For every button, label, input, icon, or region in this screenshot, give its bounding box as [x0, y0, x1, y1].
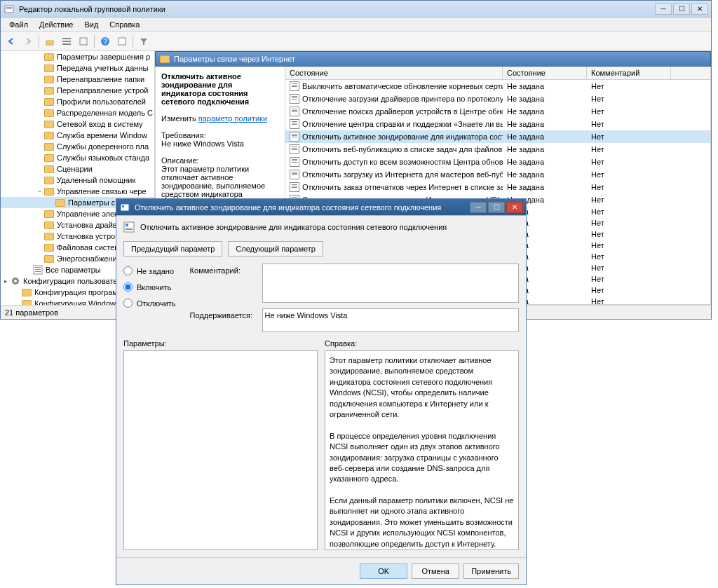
tree-label: Файловая система	[57, 243, 124, 252]
expand-icon[interactable]	[36, 255, 43, 263]
help-button[interactable]: ?	[97, 34, 113, 49]
expand-icon[interactable]	[36, 210, 43, 218]
expand-icon[interactable]	[36, 244, 43, 252]
expand-icon[interactable]: −	[36, 188, 43, 196]
tree-item[interactable]: Профили пользователей	[1, 96, 154, 107]
dialog-maximize-button[interactable]: ☐	[488, 202, 505, 213]
menu-file[interactable]: Файл	[4, 19, 34, 30]
expand-icon[interactable]	[36, 233, 43, 240]
ok-button[interactable]: OK	[360, 563, 407, 579]
col-header-state[interactable]: Состояние	[503, 67, 587, 79]
expand-icon[interactable]: ▸	[2, 278, 10, 285]
tree-item[interactable]: Службы языковых станда	[1, 152, 154, 163]
filter-button[interactable]	[136, 34, 151, 49]
maximize-button[interactable]: ☐	[673, 4, 690, 15]
desc-req-label: Требования:	[161, 131, 206, 139]
list-button[interactable]	[59, 34, 74, 49]
tree-item[interactable]: Сценарии	[1, 163, 154, 175]
expand-icon[interactable]	[13, 289, 21, 296]
tree-item[interactable]: Службы доверенного пла	[1, 141, 154, 152]
expand-icon[interactable]	[25, 266, 32, 274]
expand-icon[interactable]	[36, 109, 43, 117]
tree-item[interactable]: Параметры завершения р	[1, 51, 154, 62]
expand-icon[interactable]	[36, 177, 43, 184]
desc-edit-label: Изменить	[161, 114, 196, 123]
expand-icon[interactable]	[36, 98, 43, 106]
list-row[interactable]: Отключить загрузку из Интернета для маст…	[285, 168, 710, 181]
prev-param-button[interactable]: Предыдущий параметр	[123, 241, 222, 257]
tree-item[interactable]: Передача учетных данны	[1, 62, 154, 74]
menu-view[interactable]: Вид	[79, 19, 104, 30]
list-row[interactable]: Отключить заказ отпечатков через Интерне…	[285, 181, 710, 193]
expand-icon[interactable]	[36, 121, 43, 128]
tree-item[interactable]: Служба времени Window	[1, 130, 154, 141]
up-button[interactable]	[42, 34, 57, 49]
back-button[interactable]	[4, 34, 19, 49]
comment-textarea[interactable]	[262, 264, 519, 303]
radio-disable[interactable]: Отключить	[123, 299, 176, 308]
expand-icon[interactable]	[13, 300, 21, 306]
next-param-button[interactable]: Следующий параметр	[228, 241, 323, 257]
policy-icon	[123, 221, 135, 233]
svg-rect-14	[35, 271, 41, 272]
svg-point-16	[14, 280, 17, 282]
tree-item[interactable]: Распределенная модель С	[1, 107, 154, 118]
desc-edit-link[interactable]: параметр политики	[198, 114, 267, 123]
policy-icon	[290, 144, 299, 154]
folder-header: Параметры связи через Интернет	[155, 51, 711, 67]
tree-item[interactable]: Перенаправление устрой	[1, 85, 154, 96]
col-header-name[interactable]: Состояние	[285, 67, 503, 79]
expand-icon[interactable]	[36, 132, 43, 139]
close-button[interactable]: ✕	[691, 4, 708, 15]
radio-not-set[interactable]: Не задано	[123, 266, 176, 275]
menu-help[interactable]: Справка	[104, 19, 145, 30]
export-button[interactable]	[76, 34, 91, 49]
expand-icon[interactable]	[36, 76, 43, 83]
policy-icon	[290, 81, 299, 91]
list-row[interactable]: Отключить доступ ко всем возможностям Це…	[285, 156, 710, 168]
menu-action[interactable]: Действие	[34, 19, 79, 30]
svg-rect-17	[121, 204, 129, 211]
apply-button[interactable]: Применить	[463, 563, 519, 579]
radio-enable[interactable]: Включить	[123, 282, 176, 292]
expand-icon[interactable]	[36, 143, 43, 151]
tree-label: Службы языковых станда	[57, 153, 149, 162]
expand-icon[interactable]	[36, 165, 43, 173]
folder-icon	[43, 175, 55, 185]
dialog-titlebar[interactable]: Отключить активное зондирование для инди…	[116, 199, 526, 216]
forward-button[interactable]	[20, 34, 36, 49]
list-row[interactable]: Отключить активное зондирование для инди…	[285, 130, 710, 143]
list-row[interactable]: Отключение поиска драйверов устройств в …	[285, 105, 710, 118]
col-header-comment[interactable]: Комментарий	[587, 67, 671, 79]
tree-label: Службы доверенного пла	[57, 142, 149, 151]
main-titlebar[interactable]: Редактор локальной групповой политики ─ …	[1, 1, 711, 18]
tree-item[interactable]: Сетевой вход в систему	[1, 118, 154, 130]
expand-icon[interactable]	[36, 53, 43, 61]
list-row[interactable]: Выключить автоматическое обновление корн…	[285, 80, 710, 93]
expand-icon[interactable]	[36, 87, 43, 95]
tree-label: Передача учетных данны	[57, 64, 148, 72]
tree-item[interactable]: −Управление связью чере	[1, 186, 154, 197]
dialog-window: Отключить активное зондирование для инди…	[116, 198, 527, 585]
dialog-minimize-button[interactable]: ─	[470, 202, 487, 213]
svg-rect-2	[6, 8, 12, 9]
tree-item[interactable]: Перенаправление папки	[1, 74, 154, 85]
tree-label: Сетевой вход в систему	[57, 120, 143, 128]
svg-rect-1	[6, 7, 12, 8]
expand-icon[interactable]	[36, 154, 43, 162]
dialog-icon	[119, 202, 130, 213]
list-row[interactable]: Отключение загрузки драйверов принтера п…	[285, 93, 710, 105]
properties-button[interactable]	[114, 34, 130, 49]
cancel-button[interactable]: Отмена	[412, 563, 459, 579]
params-label: Параметры:	[123, 339, 318, 348]
list-row[interactable]: Отключение центра справки и поддержки «З…	[285, 118, 710, 130]
dialog-close-button[interactable]: ✕	[506, 202, 523, 213]
minimize-button[interactable]: ─	[655, 4, 672, 15]
tree-label: Служба времени Window	[57, 131, 147, 139]
list-row[interactable]: Отключить веб-публикацию в списке задач …	[285, 143, 710, 156]
expand-icon[interactable]	[36, 64, 43, 72]
folder-icon	[43, 231, 55, 241]
tree-item[interactable]: Удаленный помощник	[1, 175, 154, 186]
expand-icon[interactable]	[47, 199, 55, 207]
expand-icon[interactable]	[36, 221, 43, 229]
